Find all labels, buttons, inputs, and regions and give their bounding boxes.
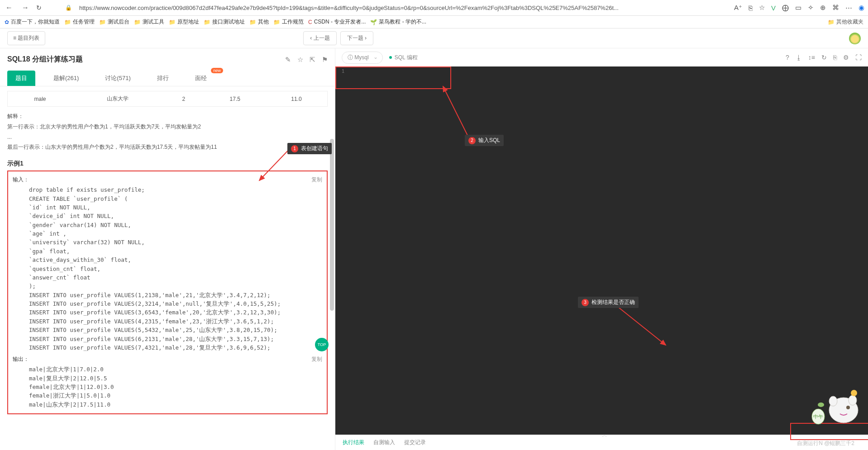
cell-avg2: 11.0 — [266, 91, 328, 107]
example-box: 输入： 复制 drop table if exists user_profile… — [7, 171, 328, 414]
prev-problem-button[interactable]: ‹ 上一题 — [303, 31, 336, 45]
share-icon[interactable]: ⇱ — [310, 56, 315, 64]
download-icon[interactable]: ⭳ — [796, 54, 802, 61]
address-bar[interactable]: https://www.nowcoder.com/practice/009d80… — [77, 4, 729, 12]
problem-panel: SQL18 分组计算练习题 ✎ ☆ ⇱ ⚑ 题目 题解(261) 讨论(571)… — [0, 48, 335, 450]
tab-run-result[interactable]: 执行结果 — [343, 439, 364, 446]
output-code: male|北京大学|1|7.0|2.0 male|复旦大学|2|12.0|5.5… — [13, 365, 322, 409]
run-button-highlight — [790, 423, 868, 440]
edit-icon[interactable]: ✎ — [285, 56, 291, 64]
page-topbar: ≡ 题目列表 ‹ 上一题 下一题 › — [0, 28, 868, 48]
cell-avg1: 17.5 — [205, 91, 266, 107]
cell-univ: 山东大学 — [72, 91, 163, 107]
annotation-3: 3检测结果是否正确 — [578, 297, 639, 308]
chevron-up-icon[interactable]: ︿ — [602, 431, 607, 439]
db-selector[interactable]: ⓘ Mysql — [342, 52, 383, 64]
input-code: drop table if exists user_profile; CREAT… — [13, 185, 322, 352]
copy-input-button[interactable]: 复制 — [311, 176, 322, 184]
lock-icon: 🔒 — [65, 5, 72, 11]
copilot-icon[interactable]: ◉ — [858, 4, 864, 12]
code-editor[interactable]: 1 2输入SQL 3检测结果是否正确 — [335, 66, 868, 435]
editor-toolbar: ⓘ Mysql SQL 编程 ? ⭳ ↕≡ ↻ ⎘ ⚙ ⛶ — [335, 48, 868, 66]
scroll-top-button[interactable]: TOP — [315, 338, 329, 351]
result-tabs: ︿ 执行结果 自测输入 提交记录 自测运行N @鲲鹏三千2 — [335, 435, 868, 450]
bookmark-tasks[interactable]: 📁任务管理 — [64, 18, 95, 26]
bookmark-api-test[interactable]: 📁接口测试地址 — [204, 18, 245, 26]
problem-body[interactable]: male 山东大学 2 17.5 11.0 解释： 第一行表示：北京大学的男性用… — [0, 86, 335, 450]
tab-solutions[interactable]: 题解(261) — [45, 71, 87, 86]
favorite-icon[interactable]: ☆ — [759, 4, 765, 12]
tab-interview[interactable]: 面经new — [187, 71, 215, 86]
format-icon[interactable]: ↕≡ — [808, 54, 815, 61]
bookmark-proto[interactable]: 📁原型地址 — [169, 18, 199, 26]
feedback-icon[interactable]: ⚑ — [322, 56, 328, 64]
problem-list-button[interactable]: ≡ 题目列表 — [7, 31, 45, 45]
cell-gender: male — [8, 91, 73, 107]
watermark-text: 自测运行N @鲲鹏三千2 — [797, 440, 854, 447]
bookmark-csdn[interactable]: CCSDN - 专业开发者... — [308, 18, 366, 26]
exp-line-2: 最后一行表示：山东大学的男性用户个数为2，平均活跃天数为17.5天，平均发帖量为… — [7, 142, 328, 152]
next-problem-button[interactable]: 下一题 › — [340, 31, 373, 45]
bookmark-runoob[interactable]: 🌱菜鸟教程 - 学的不... — [370, 18, 426, 26]
editor-panel: ⓘ Mysql SQL 编程 ? ⭳ ↕≡ ↻ ⎘ ⚙ ⛶ 1 2输入SQL 3… — [335, 48, 868, 450]
browser-toolbar: ← → ↻ 🔒 https://www.nowcoder.com/practic… — [0, 0, 868, 16]
new-badge: new — [211, 68, 223, 73]
copy-icon[interactable]: ⎘ — [833, 54, 837, 61]
help-icon[interactable]: ? — [786, 54, 789, 61]
annotation-2: 2输入SQL — [465, 135, 504, 146]
bookmark-test-tools[interactable]: 📁测试工具 — [134, 18, 164, 26]
favorites-bar-icon[interactable]: ✧ — [808, 4, 814, 12]
other-bookmarks[interactable]: 📁其他收藏夹 — [828, 18, 863, 26]
bookmark-test-back[interactable]: 📁测试后台 — [99, 18, 129, 26]
problem-tabs: 题目 题解(261) 讨论(571) 排行 面经new — [0, 71, 335, 86]
svg-line-2 — [616, 305, 666, 345]
bookmarks-bar: ✿百度一下，你就知道 📁任务管理 📁测试后台 📁测试工具 📁原型地址 📁接口测试… — [0, 16, 868, 28]
example-title: 示例1 — [7, 160, 328, 168]
copy-output-button[interactable]: 复制 — [311, 355, 322, 363]
exp-label: 解释： — [7, 111, 328, 122]
reset-icon[interactable]: ↻ — [821, 54, 827, 61]
tab-submissions[interactable]: 提交记录 — [404, 439, 426, 446]
exp-dots: ... — [7, 132, 328, 142]
more-icon[interactable]: ⋯ — [845, 4, 852, 12]
refresh-button[interactable]: ↻ — [36, 4, 42, 11]
bookmark-baidu[interactable]: ✿百度一下，你就知道 — [5, 18, 60, 26]
bookmark-spec[interactable]: 📁工作规范 — [273, 18, 304, 26]
explanation: 解释： 第一行表示：北京大学的男性用户个数为1，平均活跃天数为7天，平均发帖量为… — [7, 111, 328, 152]
vue-devtools-icon[interactable]: V — [771, 4, 776, 12]
annotation-1: 1表创建语句 — [287, 143, 332, 154]
status-dot-icon — [389, 56, 392, 59]
cell-count: 2 — [163, 91, 204, 107]
exp-line-1: 第一行表示：北京大学的男性用户个数为1，平均活跃天数为7天，平均发帖量为2 — [7, 122, 328, 132]
bookmark-other[interactable]: 📁其他 — [249, 18, 269, 26]
extensions-icon[interactable]: ⨁ — [782, 4, 789, 12]
settings-icon[interactable]: ⚙ — [843, 54, 849, 61]
tab-actions-icon[interactable]: ⎘ — [749, 4, 753, 12]
history-icon[interactable]: ⊕ — [820, 4, 826, 12]
app-icon[interactable]: ⌘ — [832, 4, 839, 12]
tab-discuss[interactable]: 讨论(571) — [97, 71, 138, 86]
collections-icon[interactable]: ▭ — [795, 4, 801, 12]
forward-button[interactable]: → — [20, 4, 31, 12]
problem-title: SQL18 分组计算练习题 — [7, 55, 83, 64]
read-aloud-icon[interactable]: A⁺ — [734, 4, 742, 12]
back-button[interactable]: ← — [4, 4, 14, 12]
fullscreen-icon[interactable]: ⛶ — [855, 54, 862, 61]
browser-actions: A⁺ ⎘ ☆ V ⨁ ▭ ✧ ⊕ ⌘ ⋯ ◉ — [734, 4, 864, 12]
scrollbar[interactable] — [330, 139, 334, 311]
input-label: 输入： — [13, 176, 29, 184]
user-avatar[interactable] — [849, 33, 861, 44]
mode-label: SQL 编程 — [389, 54, 418, 62]
output-label: 输出： — [13, 355, 29, 363]
line-number: 1 — [342, 68, 344, 74]
star-icon[interactable]: ☆ — [297, 56, 303, 64]
tab-self-input[interactable]: 自测输入 — [373, 439, 395, 446]
tab-problem[interactable]: 题目 — [7, 71, 35, 86]
svg-line-1 — [443, 86, 468, 137]
tab-rank[interactable]: 排行 — [149, 71, 177, 86]
editor-highlight-box — [335, 66, 451, 89]
sample-table: male 山东大学 2 17.5 11.0 — [7, 91, 328, 107]
